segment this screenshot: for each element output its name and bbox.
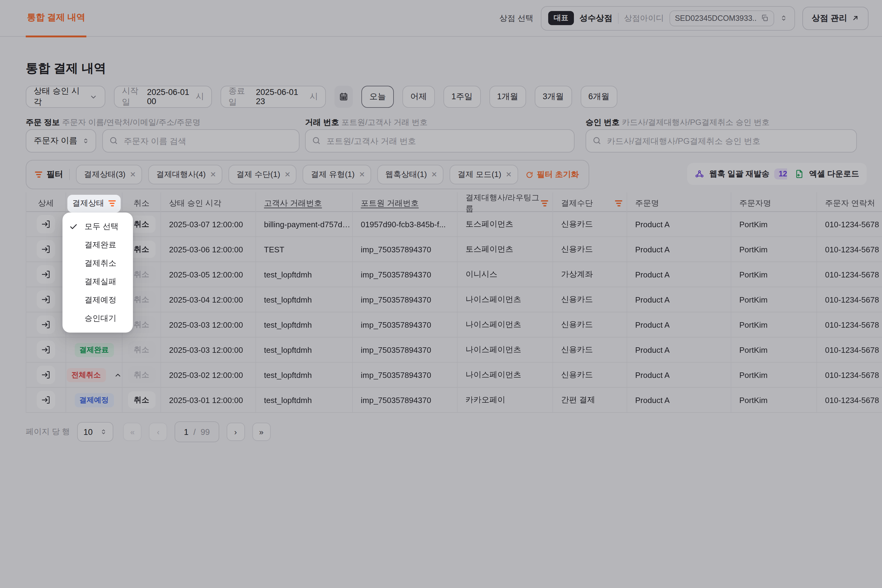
check-icon — [69, 222, 78, 231]
dropdown-item-failed[interactable]: 결제실패 — [63, 273, 133, 291]
app-viewport: 통합 결제 내역 상점 선택 대표 성수상점 상점아이디 SED02345DCO… — [0, 0, 882, 588]
dropdown-item-scheduled[interactable]: 결제예정 — [63, 291, 133, 309]
dropdown-item-paid[interactable]: 결제완료 — [63, 236, 133, 254]
dropdown-item-select-all[interactable]: 모두 선택 — [63, 218, 133, 236]
filter-funnel-icon — [108, 199, 116, 208]
col-payment-status: 결제상태 — [66, 192, 123, 214]
payment-status-filter-trigger[interactable]: 결제상태 — [68, 195, 121, 212]
dropdown-item-pending[interactable]: 승인대기 — [63, 309, 133, 328]
dropdown-item-cancelled[interactable]: 결제취소 — [63, 254, 133, 273]
payment-status-dropdown: 모두 선택 결제완료 결제취소 결제실패 결제예정 승인대기 — [63, 213, 133, 333]
